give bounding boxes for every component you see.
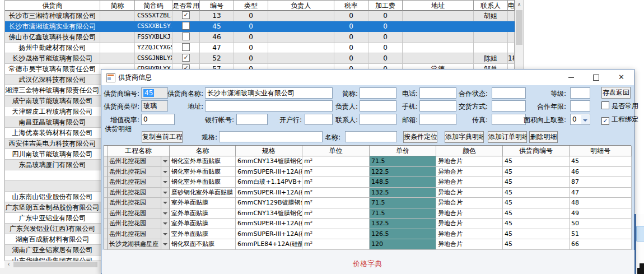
chevron-down-icon[interactable] [161, 167, 169, 177]
cell[interactable]: 西安佳吉美电力科技有限公司 [5, 138, 100, 149]
delete-detail-button[interactable]: 删除明细 [529, 131, 558, 143]
cell[interactable] [268, 11, 334, 21]
dialog-titlebar[interactable]: 供货商信息 ✕ [101, 69, 634, 85]
detail-cell[interactable]: 6mmPLE84+12A(硅酮胶... [236, 239, 302, 250]
table-row[interactable]: 佛山市亿鑫玻璃科技有限公司FSSYXBLKJ..46000 [5, 32, 515, 43]
column-header-1[interactable]: 供货商 [5, 0, 100, 11]
cell[interactable]: ✓ [172, 11, 200, 21]
table-row[interactable]: 长沙市三湘特种玻璃有限公司CSSSXTZBL..✓13000胡姐 [5, 11, 515, 21]
table-row[interactable]: 长沙晟格节能玻璃有限公司CSSGJNBLYXGS✓52000陈姐180751 [5, 53, 515, 64]
detail-cell[interactable]: 异地合片 [436, 198, 503, 208]
detail-cell[interactable]: 132.5 [370, 188, 436, 198]
detail-table-row[interactable]: 岳州北控花园室外单面贴膜6mmCNY129B镀膜钢化m²71.5异地合片4548 [104, 198, 631, 208]
detail-cell[interactable]: 6mmSUPER-III+12A(硅... [236, 229, 302, 240]
detail-cell[interactable]: 室外单面贴膜 [170, 208, 236, 219]
cell[interactable]: 0 [334, 21, 368, 32]
copy-current-project-button[interactable]: 复制当前工程 [142, 131, 183, 143]
column-header-2[interactable]: 简称 [100, 0, 135, 11]
cell[interactable] [474, 32, 508, 43]
cell[interactable] [100, 32, 135, 43]
cell[interactable]: 佛山市亿鑫玻璃科技有限公司 [5, 32, 100, 43]
detail-column-header-3[interactable]: 规格 [236, 146, 302, 156]
detail-cell[interactable]: 132.5 [370, 219, 436, 229]
detail-cell[interactable]: 钢化室外单面贴膜 [170, 156, 236, 167]
cell[interactable] [403, 53, 474, 64]
cell[interactable] [268, 21, 334, 32]
detail-cell[interactable]: 45 [503, 188, 570, 198]
detail-cell[interactable]: 室外单面贴膜 [170, 198, 236, 208]
cell[interactable]: 湖南百成新材料有限公司 [5, 234, 100, 245]
detail-cell[interactable]: 长沙龙湖祺鑫星座 [108, 239, 170, 250]
locate-by-condition-button[interactable]: 按条件定位 [403, 131, 437, 143]
cell[interactable]: 咸宁南玻节能玻璃有限公司 [5, 96, 100, 106]
column-header-11[interactable]: 联系人 [474, 0, 508, 11]
cell[interactable]: CSSSXTZBL.. [135, 11, 172, 21]
detail-cell[interactable]: 45 [503, 177, 570, 188]
detail-cell[interactable]: 6mmSUPER-III+12A(硅... [236, 188, 302, 198]
name-filter-input[interactable] [345, 131, 397, 142]
detail-cell[interactable]: 磨砂钢化室外单面贴膜 [170, 188, 236, 198]
cell[interactable] [474, 21, 508, 32]
save-return-button[interactable]: 存盘返回 [601, 87, 631, 99]
cell[interactable]: 0 [334, 53, 368, 64]
detail-cell[interactable]: 6mmSUPER-III+12A(硅... [236, 167, 302, 178]
project-bind-checkbox[interactable]: ✓工程绑定 [601, 114, 638, 124]
cell[interactable]: 0 [368, 32, 403, 43]
detail-cell[interactable]: 47 [570, 188, 632, 198]
detail-cell[interactable]: 岳州北控花园 [108, 208, 170, 219]
cell[interactable]: 45 [200, 21, 234, 32]
cell[interactable]: YZZQJCYXGS [135, 43, 172, 53]
column-header-7[interactable]: 负责人 [268, 0, 334, 11]
mobile-field[interactable] [419, 100, 456, 112]
cell[interactable]: 13 [200, 11, 234, 21]
chevron-down-icon[interactable] [161, 239, 169, 249]
cell[interactable] [5, 181, 100, 192]
detail-cell[interactable]: 异地合片 [436, 156, 503, 167]
chevron-down-icon[interactable] [161, 219, 169, 229]
cell[interactable] [508, 21, 515, 32]
cell[interactable]: 四川南玻节能玻璃有限公司 [5, 149, 100, 160]
detail-cell[interactable]: 岳州北控花园 [108, 188, 170, 198]
detail-cell[interactable]: 50 [570, 219, 632, 229]
phone-field[interactable] [419, 87, 456, 99]
chevron-down-icon[interactable] [161, 208, 169, 219]
cell[interactable]: 广东中亚铝业有限公司 [5, 213, 100, 224]
detail-cell[interactable]: 岳州北控花园 [108, 198, 170, 208]
detail-cell[interactable]: m² [302, 188, 370, 198]
address-field[interactable] [205, 100, 333, 112]
cell[interactable] [508, 11, 515, 21]
detail-cell[interactable]: 岳州北控花园 [108, 167, 170, 178]
supplier-type-field[interactable]: 玻璃 [141, 100, 168, 112]
cell[interactable]: 南昌亚晶玻璃有限公司 [5, 117, 100, 128]
checkbox-checked-icon[interactable]: ✓ [182, 54, 190, 62]
detail-cell[interactable]: 异地合片 [436, 167, 503, 178]
column-header-5[interactable]: 编号 [200, 0, 234, 11]
add-dictionary-detail-button[interactable]: 添加字典明细 [445, 131, 484, 143]
cell[interactable]: 0 [334, 32, 368, 43]
detail-cell[interactable]: 6mmCNY134镀膜钢化 [236, 156, 302, 167]
horizontal-scroll-thumb[interactable] [13, 262, 97, 267]
detail-cell[interactable]: 45 [570, 156, 632, 167]
spec-filter-input[interactable] [219, 131, 323, 142]
chevron-down-icon[interactable] [161, 156, 169, 166]
column-header-3[interactable]: 简音码 [135, 0, 172, 11]
cell[interactable]: 0 [368, 21, 403, 32]
detail-column-header-6[interactable]: 颜色 [436, 146, 503, 156]
detail-column-header-8[interactable]: 明细号 [570, 146, 632, 156]
chevron-down-icon[interactable] [581, 115, 589, 124]
detail-cell[interactable]: 6mmCNY129B镀膜钢化 [236, 198, 302, 208]
cell[interactable]: 胡姐 [474, 11, 508, 21]
cell[interactable]: 山东南山铝业股份有限公司 [5, 192, 100, 202]
cell[interactable]: 湘潭三金特种玻璃有限责任公司 [5, 85, 100, 96]
detail-cell[interactable]: m² [302, 229, 370, 240]
cell[interactable] [474, 43, 508, 53]
brief-field[interactable] [360, 87, 396, 99]
cell[interactable]: 47 [200, 43, 234, 53]
detail-cell[interactable]: 钢化室外单面贴膜 [170, 167, 236, 178]
detail-cell[interactable]: 48 [570, 198, 632, 208]
cell[interactable]: ✓ [172, 53, 200, 64]
cell[interactable]: 长沙晟格节能玻璃有限公司 [5, 53, 100, 64]
cell[interactable]: 46 [200, 32, 234, 43]
scroll-up-icon[interactable]: ∧ [515, 0, 523, 10]
cell[interactable]: 陈姐 [474, 53, 508, 64]
